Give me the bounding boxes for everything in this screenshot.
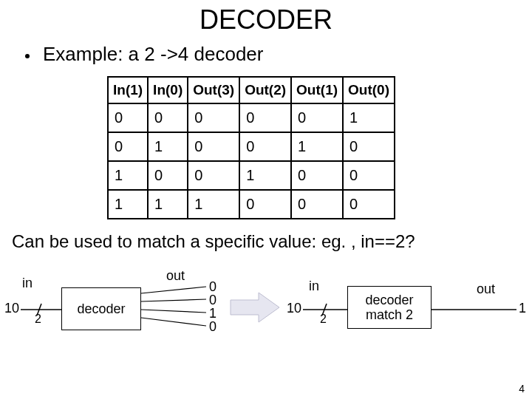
table-row: 100100	[108, 161, 395, 190]
slide-title: DECODER	[0, 0, 532, 35]
out-bit-3: 0	[209, 280, 216, 293]
table-cell: 0	[188, 132, 239, 161]
bullet-dot-icon	[25, 54, 30, 58]
decoder-box-1: decoder	[61, 287, 141, 330]
table-cell: 0	[239, 190, 291, 219]
table-cell: 0	[343, 190, 395, 219]
out-label-2: out	[477, 282, 495, 297]
table-row: 111000	[108, 190, 395, 219]
table-row: 010010	[108, 132, 395, 161]
table-cell: 0	[108, 103, 148, 132]
bus-width-1: 2	[35, 313, 41, 326]
table-cell: 0	[148, 103, 188, 132]
table-cell: 1	[239, 161, 291, 190]
table-cell: 1	[291, 132, 343, 161]
out-bit-2: 0	[209, 293, 216, 307]
wire-out-2	[432, 308, 516, 316]
table-cell: 1	[148, 132, 188, 161]
out-value-2: 1	[519, 301, 526, 316]
table-header: Out(1)	[291, 77, 343, 103]
decoder2-line2: match 2	[366, 307, 413, 322]
table-cell: 0	[148, 161, 188, 190]
table-cell: 1	[108, 190, 148, 219]
table-cell: 0	[239, 103, 291, 132]
table-header: Out(3)	[188, 77, 239, 103]
table-header: Out(0)	[343, 77, 395, 103]
table-header: In(0)	[148, 77, 188, 103]
table-cell: 0	[291, 161, 343, 190]
svg-line-3	[141, 299, 206, 301]
in-label-2: in	[309, 279, 319, 294]
table-cell: 0	[291, 103, 343, 132]
svg-marker-6	[231, 293, 279, 322]
out-bits: 0 0 1 0	[209, 280, 216, 333]
bus-width-2: 2	[320, 313, 327, 326]
fanout-wires	[141, 282, 206, 341]
svg-line-4	[141, 310, 206, 313]
page-number: 4	[519, 383, 525, 395]
truth-table: In(1)In(0)Out(3)Out(2)Out(1)Out(0) 00000…	[107, 76, 395, 219]
table-cell: 0	[188, 161, 239, 190]
table-cell: 0	[188, 103, 239, 132]
table-cell: 1	[343, 103, 395, 132]
decoder2-line1: decoder	[365, 293, 413, 307]
table-row: 000001	[108, 103, 395, 132]
table-cell: 0	[343, 132, 395, 161]
diagram: in 10 2 decoder out 0 0 1 0 in 10 2 deco…	[0, 259, 532, 344]
in-value-1: 10	[4, 301, 19, 316]
out-bit-1: 1	[209, 307, 216, 320]
table-cell: 0	[343, 161, 395, 190]
svg-line-5	[141, 318, 206, 326]
table-cell: 1	[108, 161, 148, 190]
in-value-2: 10	[287, 301, 301, 316]
table-header: In(1)	[108, 77, 148, 103]
decoder-box-2: decoder match 2	[347, 286, 432, 329]
table-header: Out(2)	[239, 77, 291, 103]
table-cell: 1	[148, 190, 188, 219]
table-cell: 0	[108, 132, 148, 161]
in-label-1: in	[22, 276, 33, 291]
svg-line-2	[141, 287, 206, 293]
bullet-text: Example: a 2 ->4 decoder	[43, 43, 263, 66]
caption-text: Can be used to match a specific value: e…	[0, 231, 532, 252]
table-cell: 0	[291, 190, 343, 219]
out-bit-0: 0	[209, 320, 216, 333]
big-arrow-icon	[229, 289, 281, 326]
table-cell: 1	[188, 190, 239, 219]
bullet-item: Example: a 2 ->4 decoder	[0, 43, 532, 66]
decoder-label-1: decoder	[77, 301, 125, 317]
table-cell: 0	[239, 132, 291, 161]
